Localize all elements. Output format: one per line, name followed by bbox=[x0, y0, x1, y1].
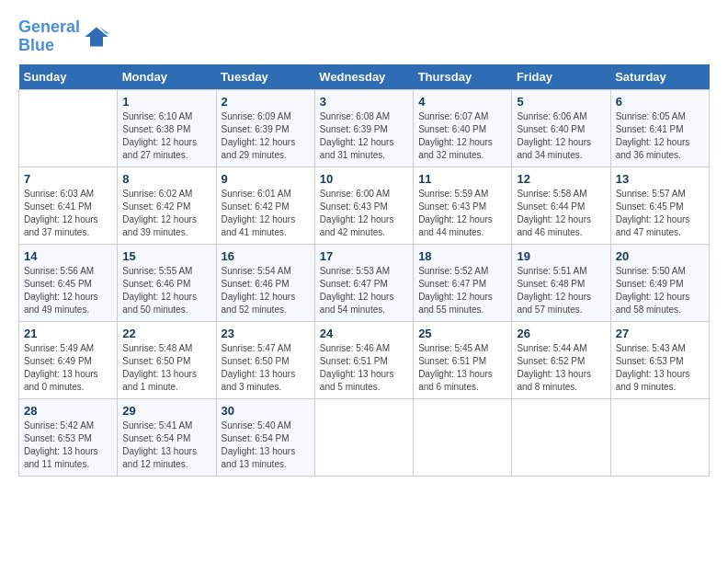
day-info: Sunrise: 5:47 AM Sunset: 6:50 PM Dayligh… bbox=[222, 342, 310, 394]
calendar-cell bbox=[414, 398, 512, 476]
calendar-cell bbox=[512, 398, 610, 476]
day-info: Sunrise: 6:10 AM Sunset: 6:38 PM Dayligh… bbox=[122, 110, 210, 162]
day-number: 9 bbox=[222, 172, 310, 186]
weekday-header: Thursday bbox=[414, 64, 512, 90]
day-info: Sunrise: 5:45 AM Sunset: 6:51 PM Dayligh… bbox=[418, 342, 506, 394]
weekday-header: Sunday bbox=[19, 64, 118, 90]
day-info: Sunrise: 5:40 AM Sunset: 6:54 PM Dayligh… bbox=[222, 419, 310, 471]
calendar-cell: 9Sunrise: 6:01 AM Sunset: 6:42 PM Daylig… bbox=[216, 167, 314, 244]
day-number: 7 bbox=[24, 172, 112, 186]
day-info: Sunrise: 5:46 AM Sunset: 6:51 PM Dayligh… bbox=[320, 342, 408, 394]
weekday-header: Friday bbox=[512, 64, 610, 90]
day-info: Sunrise: 6:06 AM Sunset: 6:40 PM Dayligh… bbox=[517, 110, 605, 162]
calendar-cell bbox=[19, 89, 118, 167]
day-info: Sunrise: 5:41 AM Sunset: 6:54 PM Dayligh… bbox=[122, 419, 210, 471]
day-number: 8 bbox=[122, 172, 210, 186]
calendar-cell: 7Sunrise: 6:03 AM Sunset: 6:41 PM Daylig… bbox=[19, 167, 118, 244]
calendar-cell: 15Sunrise: 5:55 AM Sunset: 6:46 PM Dayli… bbox=[118, 244, 216, 321]
day-info: Sunrise: 5:51 AM Sunset: 6:48 PM Dayligh… bbox=[517, 265, 605, 316]
day-info: Sunrise: 6:09 AM Sunset: 6:39 PM Dayligh… bbox=[222, 110, 310, 162]
calendar-cell: 10Sunrise: 6:00 AM Sunset: 6:43 PM Dayli… bbox=[314, 167, 413, 244]
calendar-week-row: 7Sunrise: 6:03 AM Sunset: 6:41 PM Daylig… bbox=[19, 167, 710, 244]
day-info: Sunrise: 6:00 AM Sunset: 6:43 PM Dayligh… bbox=[320, 188, 408, 239]
day-number: 20 bbox=[616, 249, 704, 263]
day-number: 18 bbox=[418, 249, 506, 263]
calendar-cell bbox=[610, 398, 709, 476]
day-number: 29 bbox=[122, 404, 210, 418]
day-number: 23 bbox=[222, 327, 310, 340]
day-number: 16 bbox=[222, 249, 310, 263]
day-number: 27 bbox=[616, 327, 704, 340]
day-info: Sunrise: 5:52 AM Sunset: 6:47 PM Dayligh… bbox=[418, 265, 506, 316]
day-number: 13 bbox=[616, 172, 704, 186]
calendar-cell: 27Sunrise: 5:43 AM Sunset: 6:53 PM Dayli… bbox=[610, 321, 709, 398]
day-number: 3 bbox=[320, 95, 408, 109]
day-info: Sunrise: 5:54 AM Sunset: 6:46 PM Dayligh… bbox=[222, 265, 310, 316]
day-number: 14 bbox=[24, 249, 112, 263]
day-info: Sunrise: 5:59 AM Sunset: 6:43 PM Dayligh… bbox=[418, 188, 506, 239]
day-info: Sunrise: 6:05 AM Sunset: 6:41 PM Dayligh… bbox=[616, 110, 704, 162]
calendar-cell: 12Sunrise: 5:58 AM Sunset: 6:44 PM Dayli… bbox=[512, 167, 610, 244]
day-number: 6 bbox=[616, 95, 704, 109]
day-info: Sunrise: 6:07 AM Sunset: 6:40 PM Dayligh… bbox=[418, 110, 506, 162]
day-info: Sunrise: 5:50 AM Sunset: 6:49 PM Dayligh… bbox=[616, 265, 704, 316]
day-number: 25 bbox=[418, 327, 506, 340]
day-info: Sunrise: 5:58 AM Sunset: 6:44 PM Dayligh… bbox=[517, 188, 605, 239]
day-info: Sunrise: 5:49 AM Sunset: 6:49 PM Dayligh… bbox=[24, 342, 112, 394]
calendar-cell: 29Sunrise: 5:41 AM Sunset: 6:54 PM Dayli… bbox=[118, 398, 216, 476]
calendar-cell: 3Sunrise: 6:08 AM Sunset: 6:39 PM Daylig… bbox=[314, 89, 413, 167]
calendar-table: SundayMondayTuesdayWednesdayThursdayFrid… bbox=[18, 64, 710, 477]
header: GeneralBlue bbox=[18, 18, 710, 55]
calendar-cell: 16Sunrise: 5:54 AM Sunset: 6:46 PM Dayli… bbox=[216, 244, 314, 321]
weekday-header: Monday bbox=[118, 64, 216, 90]
calendar-cell: 28Sunrise: 5:42 AM Sunset: 6:53 PM Dayli… bbox=[19, 398, 118, 476]
calendar-week-row: 28Sunrise: 5:42 AM Sunset: 6:53 PM Dayli… bbox=[19, 398, 710, 476]
calendar-cell: 30Sunrise: 5:40 AM Sunset: 6:54 PM Dayli… bbox=[216, 398, 314, 476]
calendar-cell: 22Sunrise: 5:48 AM Sunset: 6:50 PM Dayli… bbox=[118, 321, 216, 398]
svg-marker-0 bbox=[85, 27, 108, 46]
logo-icon bbox=[84, 24, 109, 50]
calendar-cell: 2Sunrise: 6:09 AM Sunset: 6:39 PM Daylig… bbox=[216, 89, 314, 167]
day-number: 24 bbox=[320, 327, 408, 340]
day-number: 28 bbox=[24, 404, 112, 418]
calendar-cell: 25Sunrise: 5:45 AM Sunset: 6:51 PM Dayli… bbox=[414, 321, 512, 398]
day-info: Sunrise: 5:42 AM Sunset: 6:53 PM Dayligh… bbox=[24, 419, 112, 471]
calendar-cell: 24Sunrise: 5:46 AM Sunset: 6:51 PM Dayli… bbox=[314, 321, 413, 398]
day-info: Sunrise: 6:01 AM Sunset: 6:42 PM Dayligh… bbox=[222, 188, 310, 239]
day-info: Sunrise: 6:02 AM Sunset: 6:42 PM Dayligh… bbox=[122, 188, 210, 239]
day-number: 17 bbox=[320, 249, 408, 263]
calendar-week-row: 21Sunrise: 5:49 AM Sunset: 6:49 PM Dayli… bbox=[19, 321, 710, 398]
day-info: Sunrise: 5:55 AM Sunset: 6:46 PM Dayligh… bbox=[122, 265, 210, 316]
day-number: 12 bbox=[517, 172, 605, 186]
calendar-cell: 6Sunrise: 6:05 AM Sunset: 6:41 PM Daylig… bbox=[610, 89, 709, 167]
day-info: Sunrise: 6:03 AM Sunset: 6:41 PM Dayligh… bbox=[24, 188, 112, 239]
weekday-header-row: SundayMondayTuesdayWednesdayThursdayFrid… bbox=[19, 64, 710, 90]
day-number: 10 bbox=[320, 172, 408, 186]
calendar-week-row: 1Sunrise: 6:10 AM Sunset: 6:38 PM Daylig… bbox=[19, 89, 710, 167]
day-number: 2 bbox=[222, 95, 310, 109]
calendar-cell bbox=[314, 398, 413, 476]
weekday-header: Tuesday bbox=[216, 64, 314, 90]
day-number: 1 bbox=[122, 95, 210, 109]
logo: GeneralBlue bbox=[18, 18, 109, 55]
day-number: 19 bbox=[517, 249, 605, 263]
day-number: 22 bbox=[122, 327, 210, 340]
weekday-header: Saturday bbox=[610, 64, 709, 90]
day-info: Sunrise: 5:48 AM Sunset: 6:50 PM Dayligh… bbox=[122, 342, 210, 394]
day-info: Sunrise: 5:53 AM Sunset: 6:47 PM Dayligh… bbox=[320, 265, 408, 316]
calendar-cell: 14Sunrise: 5:56 AM Sunset: 6:45 PM Dayli… bbox=[19, 244, 118, 321]
day-number: 5 bbox=[517, 95, 605, 109]
day-number: 11 bbox=[418, 172, 506, 186]
calendar-cell: 13Sunrise: 5:57 AM Sunset: 6:45 PM Dayli… bbox=[610, 167, 709, 244]
calendar-cell: 17Sunrise: 5:53 AM Sunset: 6:47 PM Dayli… bbox=[314, 244, 413, 321]
calendar-cell: 20Sunrise: 5:50 AM Sunset: 6:49 PM Dayli… bbox=[610, 244, 709, 321]
calendar-cell: 18Sunrise: 5:52 AM Sunset: 6:47 PM Dayli… bbox=[414, 244, 512, 321]
calendar-cell: 19Sunrise: 5:51 AM Sunset: 6:48 PM Dayli… bbox=[512, 244, 610, 321]
calendar-cell: 8Sunrise: 6:02 AM Sunset: 6:42 PM Daylig… bbox=[118, 167, 216, 244]
day-info: Sunrise: 5:44 AM Sunset: 6:52 PM Dayligh… bbox=[517, 342, 605, 394]
day-number: 30 bbox=[222, 404, 310, 418]
calendar-cell: 26Sunrise: 5:44 AM Sunset: 6:52 PM Dayli… bbox=[512, 321, 610, 398]
day-number: 4 bbox=[418, 95, 506, 109]
day-info: Sunrise: 5:43 AM Sunset: 6:53 PM Dayligh… bbox=[616, 342, 704, 394]
day-info: Sunrise: 5:56 AM Sunset: 6:45 PM Dayligh… bbox=[24, 265, 112, 316]
